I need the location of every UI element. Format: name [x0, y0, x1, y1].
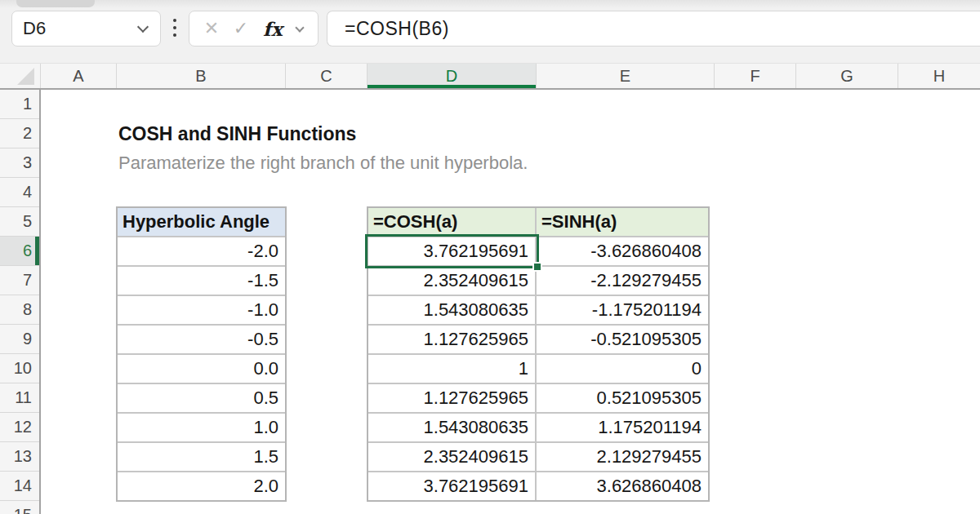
row-header-13[interactable]: 13 [0, 442, 39, 472]
formula-buttons-group: ✕ ✓ fx [189, 11, 318, 47]
row-header-8[interactable]: 8 [0, 295, 39, 325]
sinh-cell-e6[interactable]: -3.626860408 [537, 236, 708, 265]
angle-cell-b13[interactable]: 1.5 [118, 441, 285, 471]
fx-dropdown-icon[interactable] [296, 23, 305, 32]
row-header-column: 1 2 3 4 5 6 7 8 9 10 11 12 13 14 15 [0, 90, 41, 514]
angle-cell-b11[interactable]: 0.5 [118, 383, 285, 412]
row-header-11[interactable]: 11 [0, 383, 39, 413]
sinh-cell-e7[interactable]: -2.129279455 [537, 265, 708, 295]
cancel-icon[interactable]: ✕ [204, 20, 219, 38]
angle-cell-b10[interactable]: 0.0 [118, 353, 285, 383]
angle-table-header[interactable]: Hyperbolic Angle [118, 208, 285, 236]
column-header-f[interactable]: F [715, 64, 796, 88]
select-all-button[interactable] [0, 64, 41, 88]
name-box-dropdown-icon[interactable] [137, 21, 149, 33]
row-header-4[interactable]: 4 [0, 178, 39, 207]
cosh-cell-d8[interactable]: 1.543080635 [368, 295, 537, 324]
sinh-cell-e9[interactable]: -0.521095305 [537, 324, 708, 353]
row-header-15[interactable]: 15 [0, 501, 39, 514]
select-all-triangle-icon [17, 68, 34, 85]
formula-bar: D6 ✕ ✓ fx =COSH(B6) [0, 0, 980, 63]
cosh-cell-d14[interactable]: 3.762195691 [368, 471, 537, 500]
sinh-cell-e10[interactable]: 0 [537, 353, 708, 383]
row-header-6[interactable]: 6 [0, 237, 39, 266]
row-header-5[interactable]: 5 [0, 207, 39, 237]
sinh-cell-e13[interactable]: 2.129279455 [537, 441, 708, 471]
row-header-3[interactable]: 3 [0, 148, 39, 178]
column-header-a[interactable]: A [41, 64, 117, 88]
angle-table: Hyperbolic Angle -2.0 -1.5 -1.0 -0.5 0.0… [116, 206, 287, 502]
angle-cell-b9[interactable]: -0.5 [118, 324, 285, 353]
cosh-cell-d9[interactable]: 1.127625965 [368, 324, 537, 353]
row-header-12[interactable]: 12 [0, 413, 39, 442]
formula-input[interactable]: =COSH(B6) [327, 11, 980, 47]
row-header-7[interactable]: 7 [0, 266, 39, 295]
insert-function-icon[interactable]: fx [263, 20, 283, 38]
formula-bar-separator [173, 19, 176, 37]
column-header-h[interactable]: H [898, 64, 980, 88]
sinh-cell-e14[interactable]: 3.626860408 [537, 471, 708, 500]
excel-window: D6 ✕ ✓ fx =COSH(B6) A B C D E F G H 1 2 [0, 0, 980, 514]
column-header-e[interactable]: E [537, 64, 715, 88]
sinh-cell-e8[interactable]: -1.175201194 [537, 295, 708, 324]
sheet-canvas[interactable]: COSH and SINH Functions Paramaterize the… [41, 90, 980, 514]
column-header-d[interactable]: D [368, 64, 537, 88]
cosh-cell-d7[interactable]: 2.352409615 [368, 265, 537, 295]
name-box-value[interactable]: D6 [12, 18, 139, 39]
formula-text[interactable]: =COSH(B6) [327, 18, 449, 40]
sheet-subtitle: Paramaterize the right branch of the uni… [118, 148, 528, 178]
row-header-9[interactable]: 9 [0, 325, 39, 354]
cosh-cell-d11[interactable]: 1.127625965 [368, 383, 537, 412]
angle-cell-b8[interactable]: -1.0 [118, 295, 285, 324]
sinh-header[interactable]: =SINH(a) [537, 208, 708, 236]
angle-cell-b14[interactable]: 2.0 [118, 471, 285, 500]
angle-cell-b7[interactable]: -1.5 [118, 265, 285, 295]
row-header-2[interactable]: 2 [0, 119, 39, 148]
enter-icon[interactable]: ✓ [234, 20, 248, 38]
row-header-1[interactable]: 1 [0, 90, 39, 119]
cell-name-box[interactable]: D6 [11, 11, 161, 47]
angle-cell-b6[interactable]: -2.0 [118, 236, 285, 265]
cosh-header[interactable]: =COSH(a) [368, 208, 537, 236]
column-header-b[interactable]: B [117, 64, 286, 88]
selected-cell-outline[interactable] [365, 234, 539, 268]
sinh-cell-e12[interactable]: 1.175201194 [537, 412, 708, 441]
cosh-cell-d10[interactable]: 1 [368, 353, 537, 383]
row-header-10[interactable]: 10 [0, 354, 39, 383]
column-header-row: A B C D E F G H [0, 63, 980, 90]
ribbon-tab-remnant [16, 0, 95, 7]
sheet-title: COSH and SINH Functions [118, 119, 356, 148]
column-header-c[interactable]: C [286, 64, 368, 88]
column-header-g[interactable]: G [796, 64, 898, 88]
cosh-cell-d12[interactable]: 1.543080635 [368, 412, 537, 441]
cosh-cell-d13[interactable]: 2.352409615 [368, 441, 537, 471]
angle-cell-b12[interactable]: 1.0 [118, 412, 285, 441]
sinh-cell-e11[interactable]: 0.521095305 [537, 383, 708, 412]
fill-handle[interactable] [532, 262, 542, 272]
row-header-14[interactable]: 14 [0, 472, 39, 501]
